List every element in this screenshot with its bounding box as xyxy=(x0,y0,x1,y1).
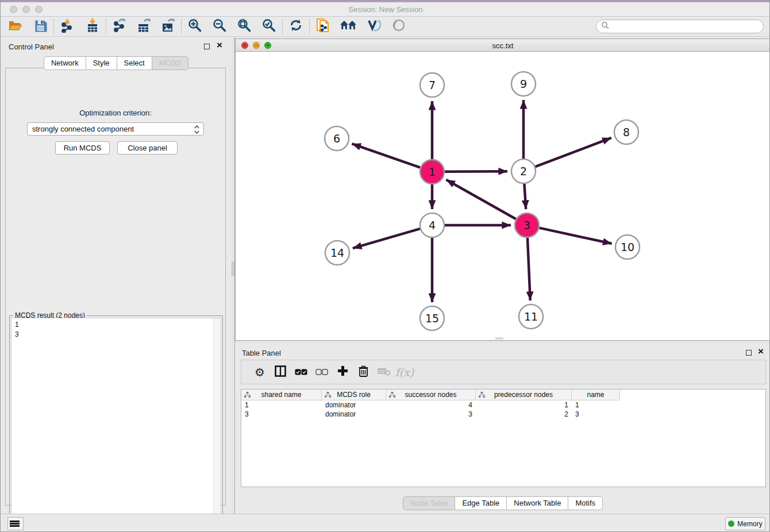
tab-style[interactable]: Style xyxy=(86,56,117,70)
table-toolbar: ⚙ f(x) xyxy=(241,360,766,384)
column-label: name xyxy=(587,391,604,399)
tab-network-table[interactable]: Network Table xyxy=(507,496,568,510)
graph-node-label-11: 11 xyxy=(524,310,538,323)
table-panel: Table Panel × ⚙ f(x) xyxy=(235,343,770,512)
column-header-successor-nodes[interactable]: successor nodes xyxy=(386,390,476,400)
column-header-predecessor-nodes[interactable]: predecessor nodes xyxy=(476,390,572,400)
export-image-button[interactable] xyxy=(158,18,178,35)
memory-button[interactable]: Memory xyxy=(725,517,765,530)
apply-function-button[interactable]: f(x) xyxy=(394,364,415,381)
zoom-selected-button[interactable] xyxy=(259,18,279,35)
column-type-icon xyxy=(389,392,395,400)
graph-edge-2-3[interactable] xyxy=(524,184,526,209)
graph-node-label-15: 15 xyxy=(425,312,439,325)
graph-node-label-10: 10 xyxy=(621,241,634,253)
graph-edge-2-8[interactable] xyxy=(536,138,611,167)
cell-name: 3 xyxy=(572,410,620,419)
search-input[interactable] xyxy=(596,20,764,33)
result-scrollbar[interactable] xyxy=(213,318,221,530)
toolbar-separator xyxy=(106,19,106,34)
zoom-fit-button[interactable] xyxy=(234,18,254,35)
export-table-button[interactable] xyxy=(134,18,153,35)
tab-select[interactable]: Select xyxy=(117,56,152,70)
delete-row-button[interactable] xyxy=(353,364,374,381)
zoom-in-button[interactable] xyxy=(185,18,205,35)
status-bar: Memory xyxy=(1,514,770,532)
delete-table-button[interactable] xyxy=(374,364,394,381)
tab-motifs[interactable]: Motifs xyxy=(568,496,603,510)
table-row[interactable]: 3 dominator 3 2 3 xyxy=(241,410,765,419)
cell-successor-nodes: 4 xyxy=(386,400,476,410)
eye-button[interactable] xyxy=(389,18,409,35)
tab-edge-table[interactable]: Edge Table xyxy=(455,496,507,510)
gear-icon: ⚙ xyxy=(255,365,265,379)
float-table-panel-icon[interactable] xyxy=(746,350,752,356)
mcds-panel: Optimization criterion: strongly connect… xyxy=(5,68,226,506)
tab-network[interactable]: Network xyxy=(44,56,86,70)
graph-edge-3-10[interactable] xyxy=(539,228,611,244)
close-panel-icon[interactable]: × xyxy=(217,40,222,51)
function-icon: f(x) xyxy=(395,366,414,379)
main-toolbar xyxy=(1,17,770,37)
run-mcds-button[interactable]: Run MCDS xyxy=(55,141,110,155)
plus-icon xyxy=(337,365,348,379)
graph-edge-3-1[interactable] xyxy=(446,180,515,219)
show-columns-button[interactable] xyxy=(270,364,291,381)
cell-shared-name: 1 xyxy=(241,400,322,410)
graph-edge-1-6[interactable] xyxy=(352,144,420,168)
dropdown-value: strongly connected component xyxy=(32,125,134,133)
cell-name: 1 xyxy=(572,400,620,410)
import-network-button[interactable] xyxy=(57,18,77,35)
table-row[interactable]: 1 dominator 4 1 1 xyxy=(241,400,765,410)
graph-edge-1-2[interactable] xyxy=(445,171,507,172)
unselect-all-icon xyxy=(315,367,328,377)
network-window-titlebar[interactable]: × − + scc.txt xyxy=(236,39,770,52)
mcds-result-textarea[interactable]: 1 3 xyxy=(11,318,221,531)
cell-successor-nodes: 3 xyxy=(386,410,476,419)
import-table-button[interactable] xyxy=(83,18,102,35)
network-graph: 7968124314101511 xyxy=(236,52,770,340)
task-history-button[interactable] xyxy=(7,517,24,530)
select-all-button[interactable] xyxy=(291,364,311,381)
save-session-button[interactable] xyxy=(30,18,50,35)
copy-network-icon xyxy=(315,17,330,36)
tab-node-table[interactable]: Node Table xyxy=(403,496,456,510)
divider-grip[interactable] xyxy=(232,262,234,276)
optimization-criterion-select[interactable]: strongly connected component xyxy=(27,122,204,136)
column-type-icon xyxy=(479,392,485,400)
close-panel-button[interactable]: Close panel xyxy=(117,141,178,155)
network-canvas[interactable]: 7968124314101511 xyxy=(236,52,770,340)
save-icon xyxy=(34,19,47,34)
column-label: successor nodes xyxy=(405,391,456,399)
zoom-out-button[interactable] xyxy=(210,18,229,35)
refresh-button[interactable] xyxy=(286,18,306,35)
tab-mcds[interactable]: MCDS xyxy=(152,56,188,70)
v-badge-button[interactable] xyxy=(364,18,383,35)
optimization-criterion-label: Optimization criterion: xyxy=(6,109,225,117)
column-header-shared-name[interactable]: shared name xyxy=(241,390,322,400)
table-header-row: shared name MCDS role successor nodes pr… xyxy=(241,390,765,400)
copy-network-button[interactable] xyxy=(313,18,333,35)
open-session-button[interactable] xyxy=(5,18,25,35)
column-label: predecessor nodes xyxy=(494,391,553,399)
select-all-icon xyxy=(295,367,307,377)
zoom-out-icon xyxy=(212,18,227,35)
column-header-name[interactable]: name xyxy=(572,390,620,400)
table-settings-button[interactable]: ⚙ xyxy=(249,364,270,381)
add-row-button[interactable] xyxy=(332,364,353,381)
graph-node-label-1: 1 xyxy=(429,165,436,178)
column-label: MCDS role xyxy=(337,391,371,399)
houses-button[interactable] xyxy=(338,18,358,35)
graph-edge-3-11[interactable] xyxy=(528,238,530,300)
close-table-panel-icon[interactable]: × xyxy=(758,346,764,357)
graph-edge-4-14[interactable] xyxy=(353,229,420,248)
control-panel: Control Panel × Network Style Select MCD… xyxy=(1,37,232,514)
export-network-button[interactable] xyxy=(110,18,129,35)
zoom-selected-icon xyxy=(261,18,276,35)
unselect-all-button[interactable] xyxy=(311,364,332,381)
float-panel-icon[interactable] xyxy=(204,44,210,49)
column-header-mcds-role[interactable]: MCDS role xyxy=(322,390,386,400)
canvas-grip xyxy=(495,337,503,340)
graph-node-label-7: 7 xyxy=(429,79,436,91)
graph-node-label-8: 8 xyxy=(623,126,630,138)
